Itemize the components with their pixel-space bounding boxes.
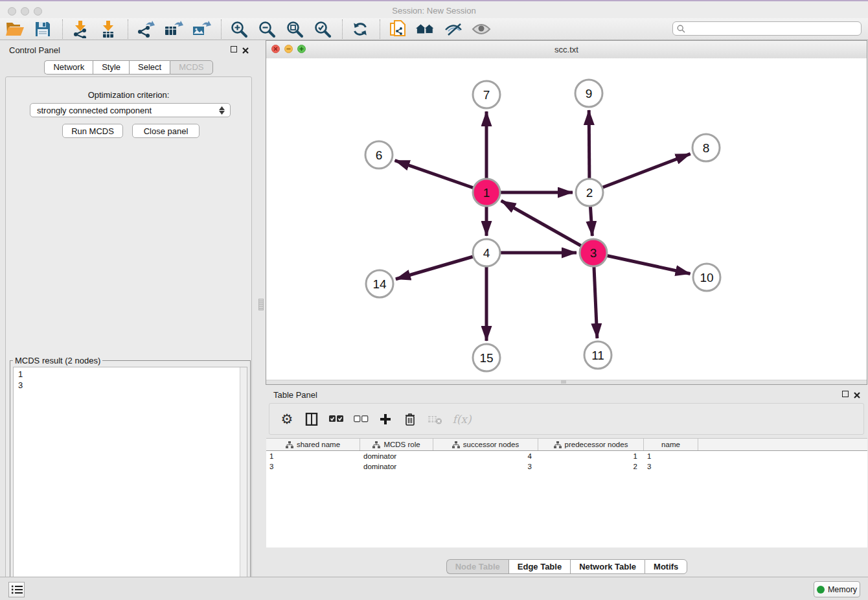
graph-node-2[interactable]: 2 — [576, 179, 603, 206]
column-header-shared-name[interactable]: shared name — [266, 439, 360, 450]
zoom-in-icon[interactable] — [229, 19, 249, 39]
export-image-icon[interactable] — [192, 19, 211, 39]
zoom-selected-icon[interactable] — [313, 19, 332, 39]
hierarchy-column-icon — [452, 441, 460, 448]
vertical-splitter-grip[interactable] — [258, 299, 264, 310]
network-canvas[interactable]: 7968124314101511 — [266, 58, 867, 381]
home-networks-icon[interactable] — [416, 19, 435, 39]
column-header-name[interactable]: name — [644, 439, 698, 450]
graph-node-10[interactable]: 10 — [693, 264, 720, 291]
network-file-icon[interactable] — [388, 19, 407, 39]
run-mcds-button[interactable]: Run MCDS — [62, 124, 123, 138]
graph-node-3[interactable]: 3 — [580, 239, 607, 266]
toolbar-separator — [342, 19, 343, 39]
select-all-columns-icon[interactable] — [328, 411, 345, 428]
zoom-out-icon[interactable] — [257, 19, 277, 39]
edge-2-8[interactable] — [589, 154, 691, 192]
search-input[interactable] — [688, 23, 861, 34]
node-label: 8 — [703, 141, 710, 155]
table-settings-gear-icon[interactable]: ⚙ — [279, 411, 295, 428]
mcds-result-text[interactable]: 13 — [13, 367, 247, 597]
node-label: 14 — [372, 277, 387, 291]
table-cell[interactable]: 1 — [644, 452, 698, 460]
show-graphics-icon[interactable] — [472, 19, 491, 39]
table-cell[interactable]: 3 — [433, 463, 538, 470]
column-header-label: shared name — [297, 441, 340, 448]
table-cell[interactable]: dominator — [360, 452, 433, 460]
export-table-icon[interactable] — [164, 19, 183, 39]
graph-node-11[interactable]: 11 — [584, 341, 611, 369]
column-header-label: name — [661, 441, 680, 448]
zoom-fit-icon[interactable] — [285, 19, 304, 39]
table-cell[interactable]: 3 — [644, 463, 698, 470]
edge-3-1[interactable] — [501, 201, 593, 253]
refresh-icon[interactable] — [350, 19, 370, 39]
memory-button[interactable]: Memory — [814, 581, 860, 597]
toolbar-separator — [62, 19, 63, 39]
graph-node-4[interactable]: 4 — [473, 239, 500, 266]
column-header-predecessor-nodes[interactable]: predecessor nodes — [538, 439, 644, 450]
tab-network[interactable]: Network — [44, 60, 93, 75]
criterion-dropdown[interactable]: strongly connected component — [30, 103, 231, 117]
table-type-tabs: Node TableEdge TableNetwork TableMotifs — [266, 559, 868, 574]
graph-node-14[interactable]: 14 — [366, 270, 393, 297]
graph-node-9[interactable]: 9 — [575, 80, 602, 107]
app-titlebar: Session: New Session — [0, 0, 868, 20]
table-cell[interactable]: 1 — [266, 452, 360, 460]
result-line: 1 — [18, 369, 247, 380]
hierarchy-column-icon — [286, 441, 293, 448]
float-panel-icon[interactable] — [231, 46, 237, 52]
tab-select[interactable]: Select — [129, 60, 170, 75]
table-cell[interactable]: dominator — [360, 463, 433, 470]
tab-mcds[interactable]: MCDS — [170, 60, 212, 75]
tab-motifs[interactable]: Motifs — [645, 559, 687, 574]
show-columns-icon[interactable] — [303, 411, 320, 428]
float-table-panel-icon[interactable] — [842, 391, 849, 397]
graph-node-15[interactable]: 15 — [473, 344, 500, 371]
graph-node-1[interactable]: 1 — [473, 179, 500, 206]
column-header-mcds-role[interactable]: MCDS role — [360, 439, 433, 450]
table-cell[interactable]: 4 — [433, 452, 538, 460]
hide-graphics-icon[interactable] — [444, 19, 463, 39]
edge-3-10[interactable] — [593, 253, 691, 273]
tab-edge-table[interactable]: Edge Table — [508, 559, 570, 574]
criterion-selected-value: strongly connected component — [37, 106, 219, 115]
node-label: 6 — [376, 148, 383, 162]
export-network-icon[interactable] — [136, 19, 155, 39]
column-header-label: MCDS role — [383, 441, 420, 448]
tab-network-table[interactable]: Network Table — [570, 559, 645, 574]
close-table-panel-icon[interactable] — [853, 390, 861, 398]
delete-column-trash-icon[interactable] — [402, 411, 418, 428]
import-table-icon[interactable] — [98, 19, 118, 39]
network-view-window: scc.txt 7968124314101511 — [266, 40, 867, 385]
memory-status-icon — [817, 586, 825, 594]
add-column-icon[interactable] — [377, 411, 394, 428]
toolbar-separator — [221, 19, 222, 39]
column-header-successor-nodes[interactable]: successor nodes — [433, 439, 538, 450]
save-session-icon[interactable] — [33, 19, 52, 39]
search-field[interactable] — [672, 21, 862, 36]
close-panel-button[interactable]: Close panel — [132, 124, 200, 138]
mcds-result-title: MCDS result (2 nodes) — [13, 356, 102, 365]
table-row[interactable]: 3dominator323 — [266, 461, 867, 472]
result-line: 3 — [18, 380, 247, 391]
network-resize-grip[interactable] — [561, 380, 566, 384]
graph-node-7[interactable]: 7 — [473, 81, 500, 108]
deselect-all-columns-icon[interactable] — [352, 411, 369, 428]
table-row[interactable]: 1dominator411 — [266, 451, 867, 461]
import-network-icon[interactable] — [71, 19, 90, 39]
close-panel-icon[interactable] — [242, 45, 249, 53]
toolbar-separator — [128, 19, 128, 39]
show-panels-list-icon[interactable] — [8, 582, 25, 597]
result-scrollbar[interactable] — [240, 367, 247, 597]
open-session-icon[interactable] — [5, 19, 25, 39]
table-cell[interactable]: 1 — [538, 452, 644, 460]
table-cell[interactable]: 3 — [266, 463, 360, 470]
tab-style[interactable]: Style — [93, 60, 129, 75]
graph-node-8[interactable]: 8 — [692, 134, 720, 161]
network-graph[interactable]: 7968124314101511 — [266, 58, 867, 381]
table-cell[interactable]: 2 — [538, 463, 644, 470]
table-header-row: shared name MCDS role successor nodes pr… — [266, 438, 867, 451]
graph-node-6[interactable]: 6 — [365, 141, 393, 168]
tab-node-table[interactable]: Node Table — [446, 559, 508, 574]
